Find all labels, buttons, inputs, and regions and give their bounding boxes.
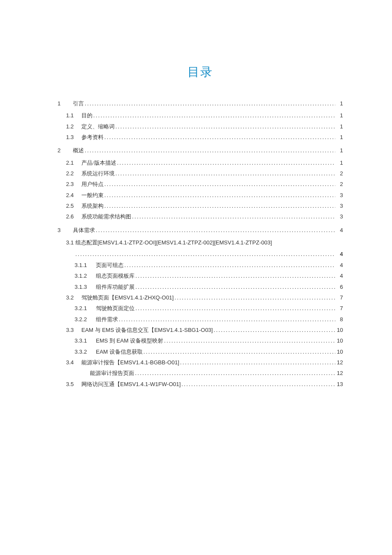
toc-title: 目录: [58, 64, 343, 80]
toc-text: 一般约束: [81, 190, 104, 200]
toc-number: 3.1.3: [75, 282, 96, 292]
toc-page-number: 3: [336, 190, 343, 200]
toc-page-number: 13: [336, 379, 343, 389]
toc-leader-dots: [115, 168, 335, 179]
toc-entry[interactable]: 3.3.2EAM 设备信息获取10: [75, 346, 343, 357]
toc-page-number: 4: [336, 225, 343, 235]
toc-leader-dots: [135, 282, 335, 292]
toc-entry[interactable]: 1.1目的1: [66, 110, 343, 121]
toc-number: 3.1.2: [75, 270, 96, 281]
toc-leader-dots: [93, 110, 335, 121]
toc-entry-continuation: 4: [75, 249, 343, 259]
toc-number: 2.5: [66, 200, 81, 211]
toc-leader-dots: [135, 303, 335, 314]
toc-leader-dots: [213, 325, 335, 335]
toc-entry[interactable]: 3.2驾驶舱页面【EMSV1.4.1-ZHXQ-O01]7: [66, 292, 343, 303]
toc-leader-dots: [104, 200, 335, 211]
toc-entry[interactable]: 2.2系统运行环境2: [66, 168, 343, 179]
toc-number: 3.3: [66, 325, 81, 335]
toc-entry[interactable]: 3.3.1EMS 到 EAM 设备模型映射10: [75, 335, 343, 346]
toc-entry[interactable]: 3.4能源审计报告【EMSV1.4.1-BGBB-O01]12: [66, 357, 343, 368]
toc-page-number: 7: [336, 292, 343, 303]
toc-leader-dots: [175, 292, 335, 303]
toc-leader-dots: [85, 98, 335, 109]
toc-entry[interactable]: 能源审计报告页面12: [75, 368, 343, 378]
toc-number: 2.1: [66, 157, 81, 168]
toc-entry[interactable]: 3具体需求4: [58, 225, 343, 235]
toc-leader-dots: [104, 132, 335, 142]
toc-text: 系统运行环境: [81, 168, 115, 179]
toc-page-number: 1: [336, 110, 343, 121]
toc-text: 能源审计报告页面: [90, 368, 134, 378]
toc-leader-dots: [96, 225, 335, 235]
toc-page-number: 7: [336, 303, 343, 314]
toc-leader-dots: [104, 190, 335, 200]
toc-leader-dots: [75, 249, 335, 259]
toc-leader-dots: [135, 270, 335, 281]
toc-number: 3.2.2: [75, 314, 96, 325]
toc-entry[interactable]: 2.1产品/版本描述1: [66, 157, 343, 168]
toc-entry[interactable]: 2概述1: [58, 145, 343, 156]
toc-page-number: 1: [336, 98, 343, 109]
toc-page-number: 8: [336, 314, 343, 325]
toc-number: 1.2: [66, 121, 81, 132]
document-page: 目录 1引言11.1目的11.2定义、缩略词11.3参考资料12概述12.1产品…: [0, 0, 392, 389]
toc-leader-dots: [85, 145, 335, 156]
toc-entry[interactable]: 1.3参考资料1: [66, 132, 343, 142]
toc-leader-dots: [115, 121, 335, 132]
toc-text: 驾驶舱页面【EMSV1.4.1-ZHXQ-O01]: [81, 292, 174, 303]
toc-leader-dots: [119, 314, 335, 325]
toc-entry[interactable]: 1.2定义、缩略词1: [66, 121, 343, 132]
toc-text: 引言: [73, 98, 84, 109]
toc-entry[interactable]: 3.2.1驾驶舱页面定位7: [75, 303, 343, 314]
toc-entry[interactable]: 1引言1: [58, 98, 343, 109]
toc-leader-dots: [132, 211, 335, 222]
toc-text: 参考资料: [81, 132, 104, 142]
toc-text: 系统架构: [81, 200, 104, 211]
toc-page-number: 2: [336, 179, 343, 189]
toc-page-number: 12: [336, 368, 343, 378]
toc-text: EAM 设备信息获取: [96, 346, 143, 357]
toc-entry[interactable]: 3.1.3组件库功能扩展6: [75, 282, 343, 292]
toc-number: 3.4: [66, 357, 81, 368]
toc-text: 用户特点: [81, 179, 104, 189]
toc-entry[interactable]: 2.3用户特点2: [66, 179, 343, 189]
toc-page-number: 6: [336, 282, 343, 292]
toc-number: 2: [58, 145, 73, 156]
toc-leader-dots: [182, 379, 335, 389]
toc-entry[interactable]: 3.3EAM 与 EMS 设备信息交互【EMSV1.4.1-SBG1-O03]1…: [66, 325, 343, 335]
toc-number: 3.2: [66, 292, 81, 303]
toc-entry[interactable]: 2.6系统功能需求结构图3: [66, 211, 343, 222]
toc-entry[interactable]: 3.2.2组件需求8: [75, 314, 343, 325]
toc-page-number: 10: [336, 346, 343, 357]
toc-page-number: 10: [336, 335, 343, 346]
toc-number: 2.6: [66, 211, 81, 222]
toc-text: 页面可组态: [96, 260, 124, 270]
toc-leader-dots: [144, 346, 335, 357]
toc-number: 3.5: [66, 379, 81, 389]
toc-text: 定义、缩略词: [81, 121, 115, 132]
toc-text: 目的: [81, 110, 92, 121]
toc-text: 组件需求: [96, 314, 118, 325]
toc-number: 3: [58, 225, 73, 235]
toc-number: 3.3.1: [75, 335, 96, 346]
toc-page-number: 4: [336, 260, 343, 270]
toc-page-number: 3: [336, 200, 343, 211]
toc-page-number: 2: [336, 168, 343, 179]
toc-text: 驾驶舱页面定位: [96, 303, 135, 314]
toc-entry[interactable]: 2.4一般约束3: [66, 190, 343, 200]
toc-entry[interactable]: 2.5系统架构3: [66, 200, 343, 211]
toc-entry[interactable]: 3.1.1页面可组态4: [75, 260, 343, 270]
toc-page-number: 1: [336, 145, 343, 156]
toc-page-number: 1: [336, 157, 343, 168]
toc-page-number: 10: [336, 325, 343, 335]
toc-text: EMS 到 EAM 设备模型映射: [96, 335, 163, 346]
toc-entry[interactable]: 3.5网络访问互通【EMSV1.4.1-W1FW-O01]13: [66, 379, 343, 389]
toc-number: 3.2.1: [75, 303, 96, 314]
toc-entry[interactable]: 3.1 组态配置[EMSV1.4.1-ZTPZ-OOI][EMSV1.4.1-Z…: [66, 237, 343, 248]
toc-page-number: 12: [336, 357, 343, 368]
toc-entry[interactable]: 3.1.2组态页面模板库4: [75, 270, 343, 281]
toc-page-number: 1: [336, 121, 343, 132]
toc-number: 2.3: [66, 179, 81, 189]
toc-page-number: 4: [336, 249, 343, 259]
